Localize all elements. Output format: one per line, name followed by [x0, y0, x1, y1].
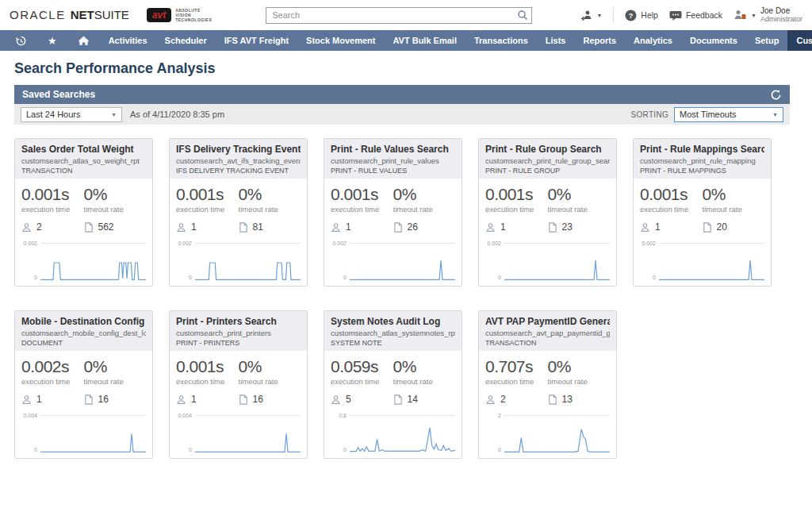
- sparkline-chart: 0.8 0: [331, 413, 455, 453]
- avt-badge: avt: [147, 8, 171, 22]
- saved-search-card[interactable]: System Notes Audit Log customsearch_atla…: [324, 310, 462, 459]
- search-icon[interactable]: [517, 10, 528, 24]
- timeout-rate-value: 0%: [239, 185, 301, 204]
- card-record-type: IFS DELIVERY TRACKING EVENT: [176, 167, 301, 175]
- timeout-rate-label: timeout rate: [239, 205, 301, 214]
- sorting-select[interactable]: Most Timeouts ▼: [674, 107, 783, 122]
- nav-item-transactions[interactable]: Transactions: [465, 30, 537, 51]
- nav-item-activities[interactable]: Activities: [100, 30, 156, 51]
- page-icon: [703, 222, 712, 233]
- card-body: 0.001s execution time 0% timeout rate 1 …: [634, 179, 771, 286]
- page-icon: [393, 222, 403, 233]
- nav-item-stock-movement[interactable]: Stock Movement: [297, 30, 384, 51]
- feedback-icon: [669, 10, 682, 21]
- top-gridline: [40, 243, 146, 244]
- execution-time-label: execution time: [640, 205, 703, 214]
- card-script-id: customsearch_print_rule_group_search: [485, 156, 610, 165]
- users-count: 1: [331, 221, 393, 233]
- execution-time-metric: 0.001s execution time: [176, 185, 239, 214]
- y-axis-max-label: 0.8: [331, 413, 347, 418]
- pages-value: 13: [562, 394, 573, 405]
- card-record-type: TRANSACTION: [485, 339, 610, 347]
- sparkline-chart: 0.002 0: [485, 241, 610, 281]
- card-body: 0.001s execution time 0% timeout rate 1 …: [170, 179, 307, 286]
- execution-time-value: 0.001s: [176, 357, 239, 376]
- saved-search-card[interactable]: IFS Delivery Tracking Event ... customse…: [169, 138, 308, 287]
- timeout-rate-value: 0%: [548, 357, 611, 376]
- execution-time-label: execution time: [485, 377, 548, 386]
- card-header: Print - Rule Mappings Search customsearc…: [634, 139, 771, 179]
- card-record-type: TRANSACTION: [21, 167, 146, 175]
- timeout-rate-metric: 0% timeout rate: [239, 185, 301, 214]
- execution-time-label: execution time: [331, 377, 393, 386]
- y-axis-max-label: 0.002: [485, 241, 501, 246]
- home-icon[interactable]: [67, 30, 100, 51]
- refresh-icon[interactable]: [770, 89, 782, 101]
- timeout-rate-value: 0%: [239, 357, 301, 376]
- nav-item-analytics[interactable]: Analytics: [625, 30, 681, 51]
- top-gridline: [350, 415, 455, 416]
- timeout-rate-metric: 0% timeout rate: [393, 185, 456, 214]
- timeout-rate-label: timeout rate: [84, 377, 147, 386]
- saved-search-card[interactable]: Print - Rule Mappings Search customsearc…: [633, 138, 772, 287]
- card-title: System Notes Audit Log: [331, 316, 455, 327]
- top-header: ORACLENETSUITE avt ABSOLUTE VISION TECHN…: [0, 0, 812, 30]
- nav-item-ifs-avt-freight[interactable]: IFS AVT Freight: [216, 30, 297, 51]
- timeout-rate-metric: 0% timeout rate: [239, 357, 301, 386]
- saved-search-card[interactable]: Sales Order Total Weight customsearch_at…: [14, 138, 153, 287]
- user-menu[interactable]: ▼ Joe Doe Administrator: [733, 6, 802, 24]
- card-title: Print - Printers Search: [176, 316, 301, 327]
- users-value: 5: [346, 394, 351, 405]
- help-button[interactable]: ? Help: [625, 10, 658, 21]
- execution-time-value: 0.001s: [640, 185, 703, 204]
- nav-item-lists[interactable]: Lists: [537, 30, 575, 51]
- create-new-menu[interactable]: ▼: [580, 10, 602, 21]
- avt-tagline: ABSOLUTE VISION TECHNOLOGIES: [175, 8, 212, 22]
- execution-time-value: 0.001s: [331, 185, 393, 204]
- chevron-down-icon: ▼: [111, 112, 117, 117]
- shortcuts-star-icon[interactable]: ★: [37, 30, 67, 51]
- card-script-id: customsearch_print_rule_mapping: [640, 156, 764, 165]
- nav-item-setup[interactable]: Setup: [746, 30, 788, 51]
- nav-item-reports[interactable]: Reports: [575, 30, 626, 51]
- execution-time-metric: 0.001s execution time: [176, 357, 239, 386]
- top-gridline: [40, 415, 146, 416]
- execution-time-value: 0.001s: [485, 185, 548, 204]
- nav-item-avt-bulk-email[interactable]: AVT Bulk Email: [384, 30, 465, 51]
- pages-value: 81: [253, 221, 263, 233]
- execution-time-metric: 0.001s execution time: [331, 185, 393, 214]
- nav-item-scheduler[interactable]: Scheduler: [156, 30, 216, 51]
- user-icon: [733, 9, 747, 21]
- saved-search-card[interactable]: Print - Rule Group Search customsearch_p…: [478, 138, 617, 287]
- pages-count: 23: [548, 221, 611, 233]
- users-count: 2: [485, 394, 548, 405]
- sparkline: [504, 420, 610, 453]
- saved-search-card[interactable]: Mobile - Destination Config ... customse…: [14, 310, 153, 459]
- pages-count: 20: [703, 221, 765, 233]
- user-outline-icon: [21, 394, 32, 405]
- pages-count: 16: [84, 394, 147, 405]
- top-gridline: [195, 415, 301, 416]
- feedback-button[interactable]: Feedback: [669, 10, 722, 21]
- oracle-netsuite-logo[interactable]: ORACLENETSUITE: [10, 8, 129, 22]
- pages-count: 81: [239, 221, 301, 233]
- users-count: 1: [485, 221, 548, 233]
- card-header: System Notes Audit Log customsearch_atla…: [324, 311, 462, 351]
- search-input[interactable]: [266, 7, 532, 24]
- timeout-rate-value: 0%: [84, 185, 147, 204]
- users-count: 1: [176, 394, 239, 405]
- saved-search-card[interactable]: Print - Printers Search customsearch_pri…: [169, 310, 308, 459]
- period-select[interactable]: Last 24 Hours ▼: [21, 107, 122, 122]
- nav-item-customization[interactable]: Customization: [787, 30, 812, 51]
- oracle-logo-text: ORACLE: [10, 8, 66, 21]
- sparkline: [40, 248, 146, 281]
- user-outline-icon: [331, 394, 341, 405]
- nav-item-documents[interactable]: Documents: [681, 30, 746, 51]
- pages-value: 26: [408, 221, 418, 233]
- top-gridline: [504, 243, 610, 244]
- top-gridline: [659, 243, 764, 244]
- saved-search-card[interactable]: AVT PAP PaymentID Genera... customsearch…: [478, 310, 617, 459]
- saved-search-card[interactable]: Print - Rule Values Search customsearch_…: [324, 138, 462, 287]
- recent-records-icon[interactable]: [5, 30, 37, 51]
- card-header: Sales Order Total Weight customsearch_at…: [15, 139, 152, 179]
